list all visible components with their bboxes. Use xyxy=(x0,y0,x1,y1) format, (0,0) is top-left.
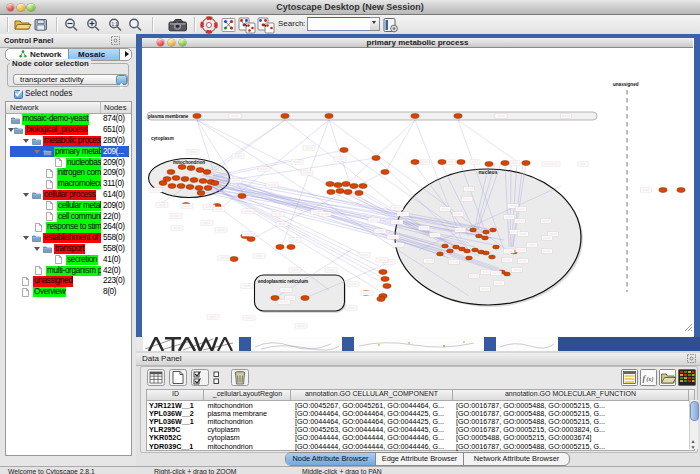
svg-text:endoplasmic reticulum: endoplasmic reticulum xyxy=(258,279,308,284)
svg-text:nucleus: nucleus xyxy=(479,169,498,175)
svg-text:mitochondrion: mitochondrion xyxy=(173,160,205,165)
svg-text:cytoplasm: cytoplasm xyxy=(151,136,174,141)
svg-text:1:1: 1:1 xyxy=(112,21,119,26)
svg-text:unassigned: unassigned xyxy=(613,82,639,87)
svg-text:(x): (x) xyxy=(647,376,654,383)
svg-text:plasma membrane: plasma membrane xyxy=(148,114,189,119)
